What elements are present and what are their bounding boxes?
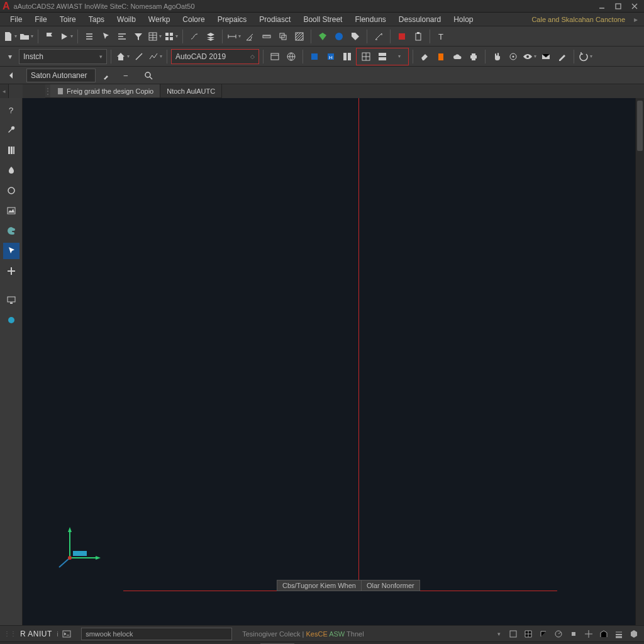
window-icon[interactable] <box>267 49 282 64</box>
menu-item[interactable]: Prepaics <box>211 14 253 25</box>
menu-item[interactable]: Toire <box>53 14 82 25</box>
audit-icon[interactable] <box>315 29 330 44</box>
palette-icon[interactable] <box>3 223 19 239</box>
text-icon[interactable]: T <box>434 29 449 44</box>
dim-linear-icon[interactable]: ▾ <box>226 29 242 44</box>
layers-icon[interactable] <box>203 29 218 44</box>
print-icon[interactable] <box>466 49 481 64</box>
image-icon[interactable] <box>3 203 19 219</box>
ruler-icon[interactable] <box>259 29 274 44</box>
polar-icon[interactable] <box>552 628 565 640</box>
sphere-icon[interactable] <box>3 312 19 328</box>
command-history-toggle[interactable]: ▾ <box>497 631 501 637</box>
cursor-icon[interactable] <box>98 29 113 44</box>
select-tool-icon[interactable] <box>3 243 19 259</box>
play-icon[interactable]: ▾ <box>58 29 74 44</box>
wrench-icon[interactable] <box>3 122 19 138</box>
maximize-button[interactable] <box>611 1 625 11</box>
lwt-icon[interactable] <box>613 628 625 640</box>
globe-icon[interactable] <box>284 49 299 64</box>
mail-icon[interactable] <box>538 49 553 64</box>
copy-icon[interactable] <box>275 29 291 44</box>
menu-item[interactable]: Werkp <box>142 14 176 25</box>
view-2-icon[interactable]: H <box>323 49 338 64</box>
vertical-scrollbar[interactable] <box>635 98 644 625</box>
circle-tool-icon[interactable] <box>3 182 19 199</box>
line-icon[interactable] <box>131 49 147 64</box>
view-3-icon[interactable] <box>340 49 355 64</box>
hatch-icon[interactable] <box>292 29 307 44</box>
menu-item[interactable]: Dessulonard <box>392 14 447 25</box>
view-5-icon[interactable] <box>375 49 390 64</box>
eye-icon[interactable]: ▾ <box>522 49 537 64</box>
menu-item[interactable]: Booll Street <box>297 14 348 25</box>
pencil-icon[interactable] <box>555 49 570 64</box>
workspace-combo[interactable]: Instch▾ <box>19 49 107 64</box>
drawing-tab-active[interactable]: Freig graid the design Copio <box>50 84 160 97</box>
target-icon[interactable] <box>506 49 521 64</box>
grid-toggle-icon[interactable] <box>522 628 535 640</box>
filter-icon[interactable] <box>131 29 146 44</box>
view-1-icon[interactable] <box>307 49 322 64</box>
list-icon[interactable] <box>82 29 97 44</box>
otrack-icon[interactable] <box>582 628 595 640</box>
menu-item[interactable]: Prodiasct <box>253 14 297 25</box>
dim-angular-icon[interactable] <box>243 29 258 44</box>
scrollbar-thumb[interactable] <box>637 101 643 151</box>
connector-icon[interactable] <box>187 29 202 44</box>
drawing-canvas[interactable]: Cbs/Tugnor Kiem When Olar Nonformer <box>23 98 644 625</box>
menu-item[interactable]: File <box>28 14 53 25</box>
search-icon[interactable] <box>141 68 156 83</box>
tabstrip-scroll-left[interactable]: ◂ <box>0 84 9 98</box>
minimize-button[interactable] <box>595 1 609 11</box>
model-icon[interactable] <box>628 628 640 640</box>
flag-icon[interactable] <box>42 29 57 44</box>
grip-icon[interactable]: ⋮⋮ <box>4 630 16 637</box>
nav-input[interactable]: Saton Autonaner <box>26 69 96 82</box>
table-icon[interactable]: ▾ <box>147 29 162 44</box>
menu-item[interactable]: Taps <box>82 14 111 25</box>
hand-icon[interactable] <box>489 49 504 64</box>
menu-right-label[interactable]: Cale and Skalcahan Canctone <box>525 14 631 25</box>
refresh-icon[interactable]: ▾ <box>578 49 593 64</box>
menu-item[interactable]: Woilb <box>111 14 142 25</box>
expand-icon[interactable]: ▾ <box>3 49 18 64</box>
block-icon[interactable] <box>394 29 409 44</box>
menu-item[interactable]: Colore <box>176 14 211 25</box>
tag-icon[interactable] <box>348 29 363 44</box>
cloud-icon[interactable] <box>450 49 465 64</box>
grid-icon[interactable]: ▾ <box>164 29 179 44</box>
tab-handle-icon[interactable]: ⋮ <box>45 84 50 97</box>
drawing-tab[interactable]: Ntoch AulAUTC <box>160 84 222 97</box>
view-4-icon[interactable] <box>358 49 374 64</box>
clipboard-2-icon[interactable] <box>433 49 448 64</box>
paint-icon[interactable] <box>3 162 19 179</box>
menu-right-caret-icon[interactable]: ▸ <box>631 15 640 24</box>
menu-item[interactable]: File <box>4 14 28 25</box>
version-combo[interactable]: AutoCAD 2019◇ <box>171 49 259 64</box>
polyline-icon[interactable]: ▾ <box>148 49 163 64</box>
dash-icon[interactable]: ‒ <box>118 68 133 83</box>
display-icon[interactable] <box>3 292 19 308</box>
open-file-icon[interactable]: ▾ <box>19 29 34 44</box>
osnap-icon[interactable] <box>567 628 580 640</box>
home-icon[interactable]: ▾ <box>115 49 130 64</box>
brush-icon[interactable] <box>99 68 114 83</box>
eraser-icon[interactable] <box>417 49 432 64</box>
properties-icon[interactable] <box>331 29 347 44</box>
view-dropdown-icon[interactable]: ▾ <box>391 49 406 64</box>
menu-item[interactable]: Flenduns <box>348 14 392 25</box>
terminal-icon[interactable] <box>62 630 71 638</box>
command-input[interactable]: smwook helock <box>81 628 232 640</box>
close-button[interactable] <box>628 1 641 11</box>
ortho-icon[interactable] <box>537 628 550 640</box>
dyn-icon[interactable] <box>597 628 610 640</box>
back-button[interactable] <box>4 68 19 83</box>
clipboard-icon[interactable] <box>411 29 426 44</box>
column-icon[interactable] <box>3 142 19 158</box>
new-file-icon[interactable]: ▾ <box>3 29 18 44</box>
help-icon[interactable]: ? <box>3 102 19 118</box>
menu-item[interactable]: Holop <box>447 14 479 25</box>
measure-icon[interactable] <box>371 29 386 44</box>
snap-icon[interactable] <box>507 628 519 640</box>
